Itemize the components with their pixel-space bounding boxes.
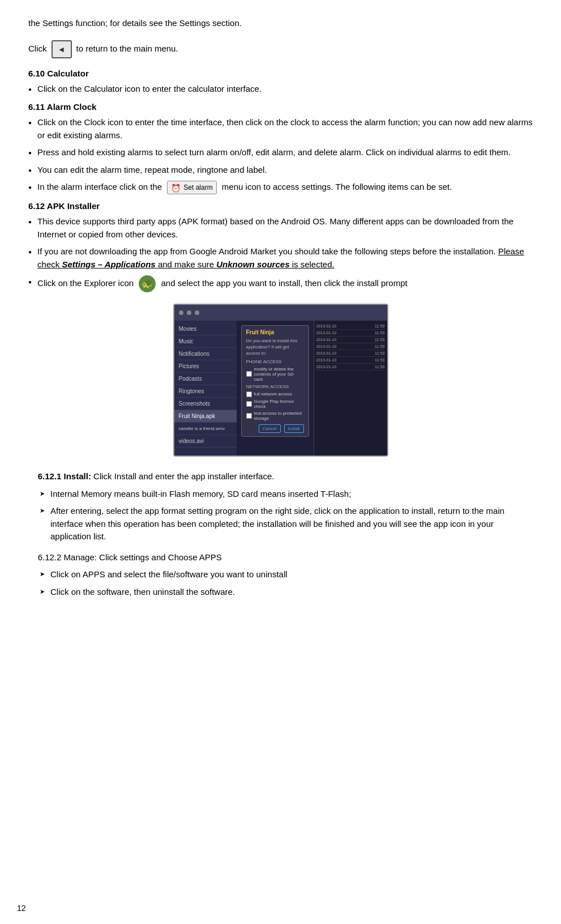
sidebar-item: Music [174, 335, 237, 348]
screenshot-dialog: Fruit Ninja Do you want to install this … [241, 325, 309, 437]
screenshot-header [174, 305, 387, 321]
sidebar-item: nandite is a friend.wmv [174, 423, 237, 435]
screenshot-right-panel: 2013-01-1011:53 2013-01-1011:53 2013-01-… [314, 321, 387, 455]
screenshot-sidebar: Movies Music Notifications Pictures Podc… [174, 321, 237, 455]
install-button[interactable]: Install [284, 424, 304, 433]
alarm-clock-icon [171, 182, 181, 193]
list-item: Click on APPS and select the file/softwa… [40, 568, 533, 581]
sidebar-item: Ringtones [174, 385, 237, 398]
list-item: Internal Memory means built-in Flash mem… [40, 488, 533, 501]
dialog-buttons: Cancel Install [246, 424, 304, 433]
dialog-row: Google Play licence check [246, 399, 304, 409]
section-611: 6.11 Alarm Clock Click on the Clock icon… [28, 102, 533, 194]
intro-text: the Settings function; for details see t… [28, 17, 533, 30]
right-item: 2013-01-1011:53 [316, 330, 385, 337]
right-item: 2013-01-1011:53 [316, 323, 385, 330]
dialog-subtitle: NETWORK ACCESS [246, 384, 304, 390]
section-612-title: 6.12 APK Installer [28, 201, 533, 211]
section-622: 6.12.2 Manage: Click settings and Choose… [28, 551, 533, 599]
sidebar-item: Fruit Ninja.apk [174, 410, 237, 423]
list-item: Click on the Explorer icon and select th… [28, 275, 533, 292]
sidebar-item: Movies [174, 323, 237, 335]
sidebar-item: Notifications [174, 348, 237, 360]
dialog-row: test access to protected storage [246, 411, 304, 421]
list-item: Click on the Clock icon to enter the tim… [28, 116, 533, 142]
list-item: After entering, select the app format se… [40, 505, 533, 543]
screenshot-main: Fruit Ninja Do you want to install this … [237, 321, 314, 455]
screenshot-box: Movies Music Notifications Pictures Podc… [173, 304, 388, 457]
cancel-button[interactable]: Cancel [259, 424, 281, 433]
checkbox [246, 401, 252, 407]
section-622-header: 6.12.2 Manage: Click settings and Choose… [28, 551, 533, 564]
back-icon [52, 40, 72, 58]
dialog-subtitle: PHONE ACCESS [246, 359, 304, 365]
dialog-title: Fruit Ninja [246, 329, 304, 335]
right-item: 2013-01-1011:53 [316, 343, 385, 350]
checkbox [246, 371, 252, 377]
right-item: 2013-01-1011:53 [316, 337, 385, 343]
section-621-bullets: Internal Memory means built-in Flash mem… [40, 488, 533, 543]
dialog-row: modify or delete the contents of your SD… [246, 367, 304, 382]
section-621-header: 6.12.1 Install: Click Install and enter … [28, 470, 533, 483]
list-item: You can edit the alarm time, repeat mode… [28, 164, 533, 177]
set-alarm-icon: Set alarm [167, 181, 216, 194]
section-610: 6.10 Calculator Click on the Calculator … [28, 69, 533, 96]
click-suffix: to return to the main menu. [76, 42, 178, 56]
header-dot [179, 310, 183, 315]
sidebar-item: Screenshots [174, 398, 237, 410]
dialog-row: full network access [246, 391, 304, 397]
screenshot-container: Movies Music Notifications Pictures Podc… [28, 304, 533, 457]
right-item: 2013-01-1011:53 [316, 350, 385, 357]
list-item: This device supports third party apps (A… [28, 215, 533, 241]
sidebar-item: Pictures [174, 360, 237, 373]
screenshot-content: Movies Music Notifications Pictures Podc… [174, 321, 387, 455]
checkbox [246, 413, 252, 419]
click-line: Click to return to the main menu. [28, 40, 533, 58]
sidebar-item: Podcasts [174, 373, 237, 385]
section-612-bullets: This device supports third party apps (A… [28, 215, 533, 292]
section-612: 6.12 APK Installer This device supports … [28, 201, 533, 292]
list-item: If you are not downloading the app from … [28, 245, 533, 271]
section-610-bullets: Click on the Calculator icon to enter th… [28, 83, 533, 96]
header-dot [187, 310, 191, 315]
list-item: Press and hold existing alarms to select… [28, 146, 533, 159]
explorer-icon [139, 275, 156, 292]
right-item: 2013-01-1011:53 [316, 357, 385, 364]
right-item: 2013-01-1011:53 [316, 364, 385, 371]
section-611-title: 6.11 Alarm Clock [28, 102, 533, 112]
list-item: Click on the Calculator icon to enter th… [28, 83, 533, 96]
page-number: 12 [17, 904, 26, 913]
section-610-title: 6.10 Calculator [28, 69, 533, 78]
checkbox [246, 391, 252, 397]
click-prefix: Click [28, 42, 47, 56]
section-621: 6.12.1 Install: Click Install and enter … [28, 470, 533, 543]
list-item: Click on the software, then uninstall th… [40, 586, 533, 599]
sidebar-item: videos.avi [174, 435, 237, 448]
section-611-bullets: Click on the Clock icon to enter the tim… [28, 116, 533, 194]
dialog-text: Do you want to install this application?… [246, 338, 304, 357]
list-item: In the alarm interface click on the Set … [28, 181, 533, 194]
header-dot [195, 310, 199, 315]
section-622-bullets: Click on APPS and select the file/softwa… [40, 568, 533, 598]
